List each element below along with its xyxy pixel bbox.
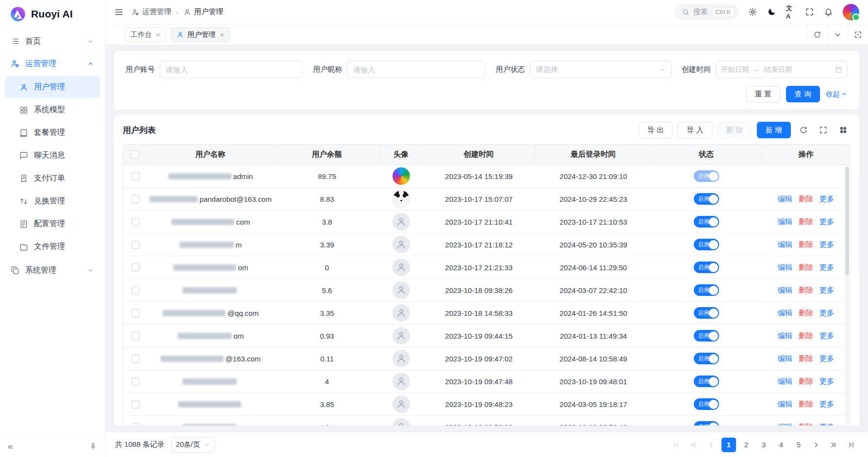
status-toggle[interactable]: 启用 bbox=[694, 170, 719, 182]
delete-link[interactable]: 删除 bbox=[799, 240, 813, 249]
row-checkbox[interactable] bbox=[131, 218, 140, 226]
next-page-icon[interactable] bbox=[809, 438, 823, 452]
page-3[interactable]: 3 bbox=[756, 438, 771, 452]
status-toggle[interactable]: 启用 bbox=[694, 261, 719, 273]
delete-link[interactable]: 删除 bbox=[799, 423, 813, 426]
more-link[interactable]: 更多 bbox=[819, 195, 834, 204]
edit-link[interactable]: 编辑 bbox=[778, 195, 792, 204]
more-link[interactable]: 更多 bbox=[819, 309, 834, 318]
more-link[interactable]: 更多 bbox=[819, 263, 834, 272]
refresh-page-icon[interactable] bbox=[807, 24, 827, 45]
date-range-picker[interactable]: 开始日期 → 结束日期 bbox=[716, 61, 848, 78]
app-logo[interactable]: Ruoyi AI bbox=[0, 0, 105, 28]
delete-link[interactable]: 删除 bbox=[799, 195, 813, 204]
column-settings-icon[interactable] bbox=[836, 123, 851, 137]
delete-link[interactable]: 删除 bbox=[799, 309, 813, 318]
row-checkbox[interactable] bbox=[131, 263, 140, 272]
row-checkbox[interactable] bbox=[131, 355, 140, 363]
breadcrumb-user-management[interactable]: 用户管理 bbox=[183, 7, 223, 16]
edit-link[interactable]: 编辑 bbox=[778, 400, 792, 409]
status-toggle[interactable]: 启用 bbox=[694, 216, 719, 228]
edit-link[interactable]: 编辑 bbox=[778, 286, 792, 295]
tab-user-management[interactable]: 用户管理 × bbox=[171, 27, 230, 42]
delete-link[interactable]: 删除 bbox=[799, 354, 813, 363]
nickname-input[interactable] bbox=[347, 61, 485, 78]
delete-link[interactable]: 删除 bbox=[799, 286, 813, 295]
refresh-table-icon[interactable] bbox=[796, 123, 811, 137]
row-checkbox[interactable] bbox=[131, 423, 140, 426]
delete-button[interactable]: 删 除 bbox=[718, 122, 752, 138]
global-search[interactable]: 搜索 Ctrl K bbox=[675, 4, 738, 20]
status-toggle[interactable]: 启用 bbox=[694, 193, 719, 205]
breadcrumb-operations[interactable]: 运营管理 bbox=[131, 7, 171, 16]
close-tab-icon[interactable]: × bbox=[156, 31, 161, 38]
reset-button[interactable]: 重 置 bbox=[746, 86, 780, 102]
edit-link[interactable]: 编辑 bbox=[778, 240, 792, 249]
edit-link[interactable]: 编辑 bbox=[778, 377, 792, 386]
delete-link[interactable]: 删除 bbox=[799, 400, 813, 409]
page-2[interactable]: 2 bbox=[739, 438, 753, 452]
language-icon[interactable]: 文A bbox=[786, 7, 795, 16]
sidebar-item-home[interactable]: 首页 bbox=[5, 30, 100, 52]
sidebar-item-order[interactable]: 支付订单 bbox=[5, 167, 100, 189]
sidebar-item-person[interactable]: 用户管理 bbox=[5, 76, 100, 98]
forward-5-pages-icon[interactable] bbox=[826, 438, 841, 452]
row-checkbox[interactable] bbox=[131, 195, 140, 203]
status-toggle[interactable]: 启用 bbox=[694, 239, 719, 250]
sidebar-item-package[interactable]: 套餐管理 bbox=[5, 122, 100, 144]
more-link[interactable]: 更多 bbox=[819, 377, 834, 386]
status-toggle[interactable]: 启用 bbox=[694, 307, 719, 319]
status-select[interactable]: 请选择 bbox=[530, 61, 671, 78]
dark-mode-icon[interactable] bbox=[767, 7, 776, 16]
edit-link[interactable]: 编辑 bbox=[778, 309, 792, 318]
export-button[interactable]: 导 出 bbox=[639, 122, 672, 138]
tab-workbench[interactable]: 工作台 × bbox=[125, 27, 166, 42]
first-page-icon[interactable] bbox=[669, 438, 684, 452]
sidebar-item-chat[interactable]: 聊天消息 bbox=[5, 145, 100, 166]
status-toggle[interactable]: 启用 bbox=[694, 398, 719, 410]
row-checkbox[interactable] bbox=[131, 309, 140, 317]
status-toggle[interactable]: 启用 bbox=[694, 421, 719, 425]
close-tab-icon[interactable]: × bbox=[220, 31, 224, 38]
status-toggle[interactable]: 启用 bbox=[694, 375, 719, 387]
account-input[interactable] bbox=[160, 61, 303, 78]
sidebar-item-operations[interactable]: 运营管理 bbox=[5, 52, 100, 75]
user-avatar[interactable] bbox=[843, 4, 859, 20]
sidebar-item-folder[interactable]: 文件管理 bbox=[5, 236, 100, 258]
delete-link[interactable]: 删除 bbox=[799, 331, 813, 341]
hamburger-menu-icon[interactable] bbox=[114, 7, 124, 17]
fullscreen-table-icon[interactable] bbox=[816, 123, 831, 137]
more-link[interactable]: 更多 bbox=[819, 400, 834, 409]
query-button[interactable]: 查 询 bbox=[786, 86, 820, 102]
page-4[interactable]: 4 bbox=[774, 438, 788, 452]
row-checkbox[interactable] bbox=[131, 377, 140, 386]
row-checkbox[interactable] bbox=[131, 400, 140, 408]
more-link[interactable]: 更多 bbox=[819, 331, 834, 341]
sidebar-item-exchange[interactable]: 兑换管理 bbox=[5, 190, 100, 212]
more-link[interactable]: 更多 bbox=[819, 286, 834, 295]
maximize-content-icon[interactable] bbox=[848, 24, 868, 45]
sidebar-item-config[interactable]: 配置管理 bbox=[5, 213, 100, 235]
back-5-pages-icon[interactable] bbox=[687, 438, 701, 452]
page-5[interactable]: 5 bbox=[791, 438, 806, 452]
delete-link[interactable]: 删除 bbox=[799, 263, 813, 272]
collapse-filter-link[interactable]: 收起 bbox=[826, 90, 848, 99]
last-page-icon[interactable] bbox=[844, 438, 858, 452]
page-size-select[interactable]: 20条/页 bbox=[171, 437, 215, 453]
scrollbar-thumb[interactable] bbox=[845, 167, 849, 275]
edit-link[interactable]: 编辑 bbox=[778, 354, 792, 363]
collapse-sidebar-button[interactable]: « bbox=[8, 441, 13, 451]
delete-link[interactable]: 删除 bbox=[799, 217, 813, 227]
delete-link[interactable]: 删除 bbox=[799, 377, 813, 386]
select-all-checkbox[interactable] bbox=[131, 150, 139, 159]
add-button[interactable]: 新 增 bbox=[757, 122, 791, 138]
tab-menu-chevron-icon[interactable] bbox=[827, 24, 848, 45]
status-toggle[interactable]: 启用 bbox=[694, 353, 719, 364]
settings-gear-icon[interactable] bbox=[748, 7, 757, 16]
import-button[interactable]: 导 入 bbox=[678, 122, 712, 138]
more-link[interactable]: 更多 bbox=[819, 240, 834, 249]
more-link[interactable]: 更多 bbox=[819, 354, 834, 363]
status-toggle[interactable]: 启用 bbox=[694, 330, 719, 342]
sidebar-item-model[interactable]: 系统模型 bbox=[5, 99, 100, 121]
more-link[interactable]: 更多 bbox=[819, 217, 834, 227]
